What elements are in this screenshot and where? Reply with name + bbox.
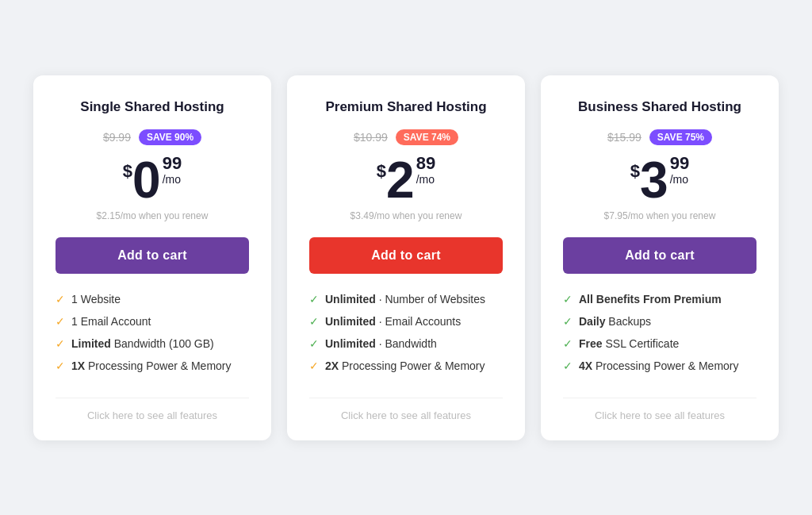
feature-bold-single-2: Limited [71,337,111,350]
currency-premium: $ [377,161,386,182]
feature-text-premium-3: 2X Processing Power & Memory [325,359,485,372]
cents-mo-business: 99/mo [670,155,689,188]
renew-text-premium: $3.49/mo when you renew [350,210,462,221]
check-icon-business-0: ✓ [563,293,573,306]
currency-business: $ [630,161,640,182]
feature-item-business-3: ✓4X Processing Power & Memory [563,359,756,372]
feature-item-single-0: ✓1 Website [56,293,249,306]
per-mo-business: /mo [670,172,689,188]
feature-item-single-2: ✓Limited Bandwidth (100 GB) [56,337,249,350]
feature-bold-premium-3: 2X [325,359,339,372]
feature-bold-premium-2: Unlimited [325,337,376,350]
original-price-single: $9.99 [103,131,131,144]
feature-text-business-0: All Benefits From Premium [579,293,722,306]
pricing-card-business: Business Shared Hosting$15.99SAVE 75%$39… [541,75,779,440]
check-icon-business-1: ✓ [563,315,573,328]
amount-single: 0 [132,155,161,206]
feature-item-premium-2: ✓Unlimited · Bandwidth [309,337,503,350]
feature-item-premium-0: ✓Unlimited · Number of Websites [309,293,503,306]
plan-title-single: Single Shared Hosting [80,99,224,115]
renew-text-business: $7.95/mo when you renew [604,210,716,221]
check-icon-business-3: ✓ [563,359,573,372]
save-badge-business: SAVE 75% [649,129,712,145]
feature-item-premium-3: ✓2X Processing Power & Memory [309,359,503,372]
price-display-premium: $289/mo [377,155,435,206]
check-icon-premium-3: ✓ [309,359,319,372]
feature-item-business-0: ✓All Benefits From Premium [563,293,756,306]
check-icon-single-0: ✓ [56,293,65,306]
features-list-single: ✓1 Website✓1 Email Account✓Limited Bandw… [56,293,249,382]
divider-single [56,398,249,398]
check-icon-premium-0: ✓ [309,293,319,306]
per-mo-single: /mo [163,172,182,188]
feature-text-single-0: 1 Website [71,293,121,306]
amount-premium: 2 [386,155,415,206]
check-icon-single-2: ✓ [56,337,65,350]
check-icon-premium-1: ✓ [309,315,319,328]
feature-bold-business-0: All Benefits From Premium [579,293,722,306]
cents-mo-single: 99/mo [163,155,182,188]
cents-business: 99 [670,155,689,172]
cents-single: 99 [163,155,182,172]
price-row-single: $9.99SAVE 90% [103,129,201,145]
feature-bold-business-3: 4X [579,359,592,372]
feature-text-single-1: 1 Email Account [71,315,151,328]
pricing-card-premium: Premium Shared Hosting$10.99SAVE 74%$289… [287,75,525,440]
pricing-section: Single Shared Hosting$9.99SAVE 90%$099/m… [0,52,812,464]
per-mo-premium: /mo [416,172,435,188]
feature-text-business-1: Daily Backups [579,315,651,328]
divider-premium [309,398,503,398]
feature-bold-premium-1: Unlimited [325,315,376,328]
feature-text-single-2: Limited Bandwidth (100 GB) [71,337,214,350]
feature-text-premium-2: Unlimited · Bandwidth [325,337,437,350]
feature-text-single-3: 1X Processing Power & Memory [71,359,232,372]
see-all-features-premium[interactable]: Click here to see all features [341,409,471,421]
plan-title-premium: Premium Shared Hosting [325,99,486,115]
cents-mo-premium: 89/mo [416,155,435,188]
divider-business [563,398,756,398]
feature-item-single-1: ✓1 Email Account [56,315,249,328]
feature-text-premium-1: Unlimited · Email Accounts [325,315,461,328]
check-icon-premium-2: ✓ [309,337,319,350]
check-icon-single-1: ✓ [56,315,65,328]
feature-item-business-1: ✓Daily Backups [563,315,756,328]
price-row-premium: $10.99SAVE 74% [354,129,458,145]
feature-bold-single-3: 1X [71,359,85,372]
check-icon-single-3: ✓ [56,359,65,372]
save-badge-premium: SAVE 74% [396,129,458,145]
features-list-business: ✓All Benefits From Premium✓Daily Backups… [563,293,756,382]
features-list-premium: ✓Unlimited · Number of Websites✓Unlimite… [309,293,503,382]
feature-text-business-2: Free SSL Certificate [579,337,679,350]
original-price-business: $15.99 [607,131,642,144]
original-price-premium: $10.99 [354,131,388,144]
currency-single: $ [123,161,132,182]
feature-item-premium-1: ✓Unlimited · Email Accounts [309,315,503,328]
feature-item-single-3: ✓1X Processing Power & Memory [56,359,249,372]
see-all-features-single[interactable]: Click here to see all features [87,409,217,421]
feature-item-business-2: ✓Free SSL Certificate [563,337,756,350]
amount-business: 3 [640,155,668,206]
add-to-cart-single[interactable]: Add to cart [56,237,249,274]
price-display-business: $399/mo [630,155,689,206]
price-display-single: $099/mo [123,155,182,206]
add-to-cart-business[interactable]: Add to cart [563,237,756,274]
feature-bold-business-1: Daily [579,315,605,328]
feature-text-business-3: 4X Processing Power & Memory [579,359,739,372]
plan-title-business: Business Shared Hosting [578,99,741,115]
pricing-card-single: Single Shared Hosting$9.99SAVE 90%$099/m… [33,75,271,440]
check-icon-business-2: ✓ [563,337,573,350]
renew-text-single: $2.15/mo when you renew [97,210,209,221]
cents-premium: 89 [416,155,435,172]
feature-bold-premium-0: Unlimited [325,293,376,306]
save-badge-single: SAVE 90% [139,129,201,145]
see-all-features-business[interactable]: Click here to see all features [595,409,725,421]
price-row-business: $15.99SAVE 75% [607,129,712,145]
feature-bold-business-2: Free [579,337,603,350]
add-to-cart-premium[interactable]: Add to cart [309,237,503,274]
feature-text-premium-0: Unlimited · Number of Websites [325,293,485,306]
